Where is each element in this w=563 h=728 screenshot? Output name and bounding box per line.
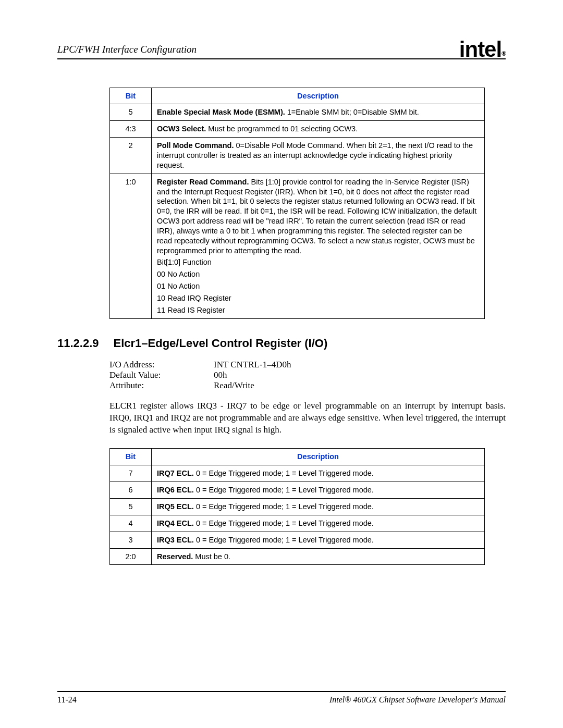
meta-row: Default Value:00h: [109, 370, 506, 380]
desc-cell: IRQ6 ECL. 0 = Edge Triggered mode; 1 = L…: [152, 482, 485, 499]
register-table-ocw3: Bit Description 5Enable Special Mask Mod…: [109, 88, 485, 319]
table-header-row: Bit Description: [110, 449, 485, 465]
page-header: LPC/FWH Interface Configuration intel®: [57, 38, 506, 59]
bit-cell: 5: [110, 104, 152, 121]
desc-subline: 10 Read IRQ Register: [157, 291, 479, 303]
col-header-bit: Bit: [110, 449, 152, 465]
meta-label: Default Value:: [109, 370, 214, 380]
table-row: 4IRQ4 ECL. 0 = Edge Triggered mode; 1 = …: [110, 515, 485, 532]
bit-cell: 4: [110, 515, 152, 532]
desc-cell: Enable Special Mask Mode (ESMM). 1=Enabl…: [152, 104, 485, 121]
meta-value: 00h: [214, 370, 227, 380]
desc-cell: IRQ4 ECL. 0 = Edge Triggered mode; 1 = L…: [152, 515, 485, 532]
bit-cell: 1:0: [110, 174, 152, 318]
table-row: 6IRQ6 ECL. 0 = Edge Triggered mode; 1 = …: [110, 482, 485, 499]
desc-subline: 00 No Action: [157, 267, 479, 279]
table-header-row: Bit Description: [110, 88, 485, 104]
bit-cell: 6: [110, 482, 152, 499]
table-row: 2Poll Mode Command. 0=Disable Poll Mode …: [110, 138, 485, 174]
footer-title: Intel® 460GX Chipset Software Developer'…: [329, 695, 506, 705]
section-title: Elcr1–Edge/Level Control Register (I/O): [114, 337, 328, 350]
table-row: 7IRQ7 ECL. 0 = Edge Triggered mode; 1 = …: [110, 465, 485, 482]
section-heading: 11.2.2.9 Elcr1–Edge/Level Control Regist…: [57, 337, 506, 350]
bit-cell: 5: [110, 498, 152, 515]
desc-cell: OCW3 Select. Must be programmed to 01 se…: [152, 121, 485, 138]
table-row: 5Enable Special Mask Mode (ESMM). 1=Enab…: [110, 104, 485, 121]
bit-cell: 2:0: [110, 548, 152, 565]
desc-cell: Register Read Command. Bits [1:0] provid…: [152, 174, 485, 318]
meta-label: Attribute:: [109, 380, 214, 391]
page-footer: 11-24 Intel® 460GX Chipset Software Deve…: [57, 691, 506, 705]
section-paragraph: ELCR1 register allows IRQ3 - IRQ7 to be …: [109, 400, 506, 436]
meta-row: Attribute:Read/Write: [109, 380, 506, 391]
desc-subline: 01 No Action: [157, 279, 479, 291]
desc-cell: Poll Mode Command. 0=Disable Poll Mode C…: [152, 138, 485, 174]
register-table-elcr1: Bit Description 7IRQ7 ECL. 0 = Edge Trig…: [109, 448, 485, 565]
header-title: LPC/FWH Interface Configuration: [57, 44, 197, 55]
register-meta: I/O Address:INT CNTRL-1–4D0hDefault Valu…: [109, 360, 506, 391]
bit-cell: 7: [110, 465, 152, 482]
col-header-desc: Description: [152, 449, 485, 465]
bit-cell: 2: [110, 138, 152, 174]
bit-cell: 4:3: [110, 121, 152, 138]
col-header-desc: Description: [152, 88, 485, 104]
desc-subline: Bit[1:0] Function: [157, 255, 479, 267]
page-number: 11-24: [57, 695, 77, 705]
section-number: 11.2.2.9: [57, 337, 99, 350]
table-row: 1:0Register Read Command. Bits [1:0] pro…: [110, 174, 485, 318]
col-header-bit: Bit: [110, 88, 152, 104]
table-row: 3IRQ3 ECL. 0 = Edge Triggered mode; 1 = …: [110, 532, 485, 548]
desc-subline: 11 Read IS Register: [157, 303, 479, 315]
intel-logo: intel®: [459, 41, 506, 58]
meta-value: INT CNTRL-1–4D0h: [214, 360, 291, 370]
table-row: 4:3OCW3 Select. Must be programmed to 01…: [110, 121, 485, 138]
bit-cell: 3: [110, 532, 152, 548]
meta-label: I/O Address:: [109, 360, 214, 370]
meta-value: Read/Write: [214, 380, 254, 391]
desc-cell: IRQ3 ECL. 0 = Edge Triggered mode; 1 = L…: [152, 532, 485, 548]
desc-cell: Reserved. Must be 0.: [152, 548, 485, 565]
desc-cell: IRQ7 ECL. 0 = Edge Triggered mode; 1 = L…: [152, 465, 485, 482]
table-row: 2:0Reserved. Must be 0.: [110, 548, 485, 565]
meta-row: I/O Address:INT CNTRL-1–4D0h: [109, 360, 506, 370]
table-row: 5IRQ5 ECL. 0 = Edge Triggered mode; 1 = …: [110, 498, 485, 515]
desc-cell: IRQ5 ECL. 0 = Edge Triggered mode; 1 = L…: [152, 498, 485, 515]
